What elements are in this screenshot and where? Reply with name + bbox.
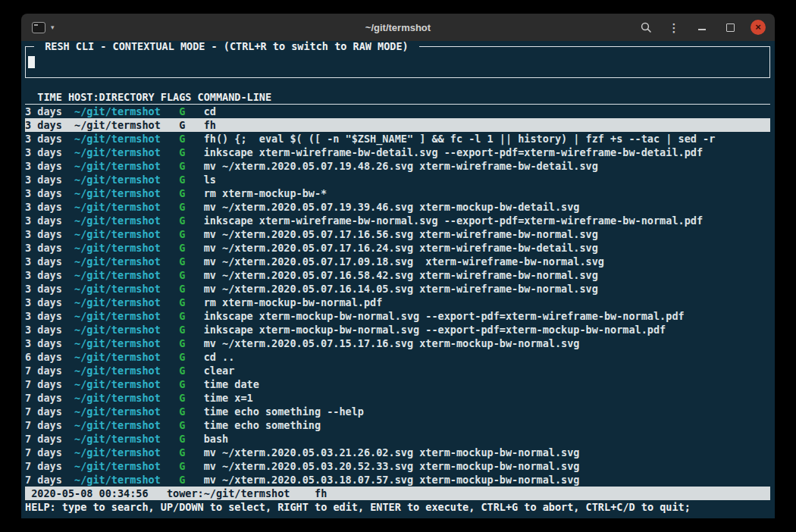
row-flags: G: [179, 350, 204, 364]
titlebar[interactable]: ▾ ~/git/termshot ⋮ ×: [21, 14, 775, 41]
row-time: 3 days: [25, 132, 74, 146]
row-cmd: fh() {; eval $( ([ -n "$ZSH_NAME" ] && f…: [204, 132, 770, 146]
row-flags: G: [179, 336, 204, 350]
history-row[interactable]: 7 days~/git/termshotGmv ~/xterm.2020.05.…: [25, 459, 770, 473]
row-time: 3 days: [25, 200, 74, 214]
row-cmd: mv ~/xterm.2020.05.07.16.14.05.svg xterm…: [204, 282, 770, 296]
history-row[interactable]: 3 days~/git/termshotGmv ~/xterm.2020.05.…: [25, 255, 770, 268]
row-time: 3 days: [25, 309, 74, 323]
row-flags: G: [179, 405, 204, 418]
history-row[interactable]: 7 days~/git/termshotGmv ~/xterm.2020.05.…: [25, 473, 770, 487]
row-host: ~/git/termshot: [74, 255, 179, 268]
row-flags: G: [179, 282, 204, 296]
search-button[interactable]: [638, 20, 653, 35]
row-host: ~/git/termshot: [74, 118, 179, 132]
history-row[interactable]: 3 days~/git/termshotGinkscape xterm-mock…: [25, 309, 770, 323]
history-row[interactable]: 3 days~/git/termshotGinkscape xterm-wire…: [25, 214, 770, 227]
row-flags: G: [179, 214, 204, 227]
row-time: 3 days: [25, 296, 74, 309]
row-flags: G: [179, 105, 204, 118]
row-flags: G: [179, 418, 204, 432]
history-row[interactable]: 7 days~/git/termshotGtime x=1: [25, 391, 770, 405]
row-flags: G: [179, 323, 204, 336]
history-row[interactable]: 3 days~/git/termshotGmv ~/xterm.2020.05.…: [25, 336, 770, 350]
row-host: ~/git/termshot: [74, 105, 179, 118]
history-row[interactable]: 7 days~/git/termshotGmv ~/xterm.2020.05.…: [25, 446, 770, 459]
history-row[interactable]: 3 days~/git/termshotGfh() {; eval $( ([ …: [25, 132, 770, 146]
row-cmd: mv ~/xterm.2020.05.07.17.09.18.svg xterm…: [204, 255, 770, 268]
row-cmd: cd: [204, 105, 770, 118]
history-row[interactable]: 3 days~/git/termshotGcd: [25, 105, 770, 118]
row-time: 3 days: [25, 214, 74, 227]
history-row[interactable]: 3 days~/git/termshotGinkscape xterm-mock…: [25, 323, 770, 336]
row-flags: G: [179, 146, 204, 159]
row-host: ~/git/termshot: [74, 405, 179, 418]
row-cmd: mv ~/xterm.2020.05.03.18.07.57.svg xterm…: [204, 473, 770, 487]
app-menu-button[interactable]: ▾: [32, 22, 55, 33]
row-flags: G: [179, 186, 204, 200]
help-line: HELP: type to search, UP/DOWN to select,…: [25, 500, 770, 514]
row-flags: G: [179, 255, 204, 268]
row-cmd: time date: [204, 377, 770, 391]
history-row[interactable]: 7 days~/git/termshotGtime echo something…: [25, 405, 770, 418]
history-row[interactable]: 7 days~/git/termshotGclear: [25, 364, 770, 377]
history-row[interactable]: 3 days~/git/termshotGinkscape xterm-wire…: [25, 146, 770, 159]
row-cmd: time echo something --help: [204, 405, 770, 418]
row-cmd: cd ..: [204, 350, 770, 364]
row-host: ~/git/termshot: [74, 296, 179, 309]
history-row[interactable]: 3 days~/git/termshotGfh: [25, 118, 770, 132]
row-cmd: inkscape xterm-mockup-bw-normal.svg --ex…: [204, 309, 770, 323]
minimize-icon: [698, 29, 706, 30]
row-host: ~/git/termshot: [74, 200, 179, 214]
history-row[interactable]: 3 days~/git/termshotGmv ~/xterm.2020.05.…: [25, 282, 770, 296]
history-row[interactable]: 3 days~/git/termshotGmv ~/xterm.2020.05.…: [25, 159, 770, 173]
restore-icon: [726, 23, 735, 32]
restore-button[interactable]: [722, 20, 738, 35]
row-host: ~/git/termshot: [74, 159, 179, 173]
row-time: 3 days: [25, 282, 74, 296]
row-host: ~/git/termshot: [74, 418, 179, 432]
history-row[interactable]: 3 days~/git/termshotGmv ~/xterm.2020.05.…: [25, 200, 770, 214]
row-cmd: rm xterm-mockup-bw-normal.pdf: [204, 296, 770, 309]
history-row[interactable]: 3 days~/git/termshotGrm xterm-mockup-bw-…: [25, 186, 770, 200]
text-cursor: [28, 56, 35, 68]
history-row[interactable]: 6 days~/git/termshotGcd ..: [25, 350, 770, 364]
history-row[interactable]: 7 days~/git/termshotGtime date: [25, 377, 770, 391]
history-row[interactable]: 3 days~/git/termshotGmv ~/xterm.2020.05.…: [25, 268, 770, 282]
row-flags: G: [179, 309, 204, 323]
row-cmd: ls: [204, 173, 770, 186]
row-host: ~/git/termshot: [74, 473, 179, 487]
row-cmd: mv ~/xterm.2020.05.07.19.39.46.svg xterm…: [204, 200, 770, 214]
chevron-down-icon: ▾: [51, 24, 55, 31]
row-cmd: mv ~/xterm.2020.05.07.16.58.42.svg xterm…: [204, 268, 770, 282]
row-flags: G: [179, 473, 204, 487]
row-time: 7 days: [25, 364, 74, 377]
row-flags: G: [179, 364, 204, 377]
terminal-app-icon: [32, 22, 45, 33]
row-flags: G: [179, 200, 204, 214]
row-time: 7 days: [25, 377, 74, 391]
kebab-menu-icon: ⋮: [669, 22, 680, 33]
history-row[interactable]: 3 days~/git/termshotGls: [25, 173, 770, 186]
history-row[interactable]: 3 days~/git/termshotGmv ~/xterm.2020.05.…: [25, 227, 770, 241]
row-time: 7 days: [25, 405, 74, 418]
row-flags: G: [179, 391, 204, 405]
row-flags: G: [179, 118, 204, 132]
row-cmd: mv ~/xterm.2020.05.07.19.48.26.svg xterm…: [204, 159, 770, 173]
terminal-window: ▾ ~/git/termshot ⋮ ×: [21, 14, 775, 518]
history-row[interactable]: 3 days~/git/termshotGmv ~/xterm.2020.05.…: [25, 241, 770, 255]
minimize-button[interactable]: [694, 20, 710, 35]
menu-button[interactable]: ⋮: [666, 20, 682, 35]
history-row[interactable]: 3 days~/git/termshotGrm xterm-mockup-bw-…: [25, 296, 770, 309]
row-host: ~/git/termshot: [74, 214, 179, 227]
close-button[interactable]: ×: [751, 20, 766, 35]
resh-search-input[interactable]: RESH CLI - CONTEXTUAL MODE - (CTRL+R to …: [25, 46, 770, 78]
row-time: 7 days: [25, 459, 74, 473]
row-host: ~/git/termshot: [74, 377, 179, 391]
row-host: ~/git/termshot: [74, 268, 179, 282]
row-flags: G: [179, 296, 204, 309]
history-row[interactable]: 7 days~/git/termshotGbash: [25, 432, 770, 446]
row-cmd: inkscape xterm-wireframe-bw-normal.svg -…: [204, 214, 770, 227]
row-cmd: inkscape xterm-mockup-bw-normal.svg --ex…: [204, 323, 770, 336]
history-row[interactable]: 7 days~/git/termshotGtime echo something: [25, 418, 770, 432]
